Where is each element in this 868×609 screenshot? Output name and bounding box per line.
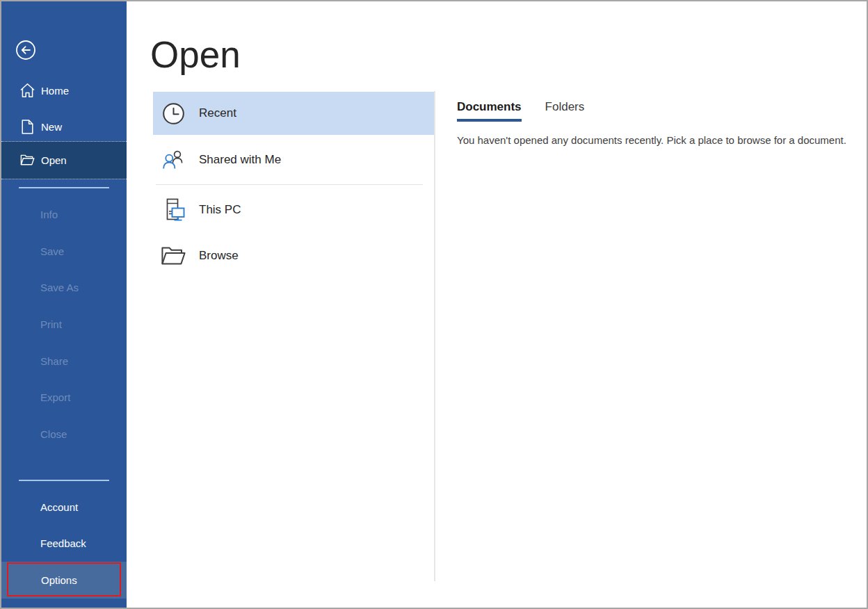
clock-icon: [160, 102, 186, 125]
browse-folder-icon: [160, 246, 186, 266]
place-label: Shared with Me: [199, 153, 281, 167]
place-item-this-pc[interactable]: This PC: [153, 185, 434, 234]
sidebar-item-home[interactable]: Home: [1, 76, 127, 104]
backstage-sidebar: Home New Open Info Save Save As: [1, 1, 127, 608]
sidebar-item-share[interactable]: Share: [40, 355, 68, 367]
place-item-recent[interactable]: Recent: [153, 92, 434, 135]
sidebar-item-open[interactable]: Open: [1, 141, 127, 179]
new-document-icon: [19, 120, 35, 134]
sidebar-item-new[interactable]: New: [1, 113, 127, 140]
sidebar-item-close[interactable]: Close: [40, 428, 67, 440]
sidebar-item-label: New: [41, 121, 62, 133]
page-title: Open: [150, 35, 241, 75]
sidebar-item-label: Options: [41, 574, 77, 586]
sidebar-item-label: Open: [41, 154, 67, 166]
place-label: This PC: [199, 203, 241, 217]
places-list: Recent Shared with Me: [153, 92, 434, 277]
tab-documents[interactable]: Documents: [457, 100, 522, 122]
sidebar-item-label: Home: [41, 85, 69, 97]
back-button[interactable]: [15, 40, 36, 60]
sidebar-item-print[interactable]: Print: [40, 318, 62, 330]
word-backstage-window: Home New Open Info Save Save As: [0, 0, 868, 609]
back-arrow-icon: [15, 40, 36, 60]
sidebar-item-save-as[interactable]: Save As: [40, 282, 79, 293]
sidebar-item-account[interactable]: Account: [40, 501, 78, 513]
sidebar-divider: [19, 480, 109, 481]
sidebar-item-save[interactable]: Save: [40, 245, 64, 257]
sidebar-item-feedback[interactable]: Feedback: [40, 537, 86, 549]
people-icon: [160, 149, 186, 170]
place-item-browse[interactable]: Browse: [153, 234, 434, 277]
place-item-shared-with-me[interactable]: Shared with Me: [153, 135, 434, 184]
open-folder-icon: [19, 154, 35, 166]
pc-icon: [160, 197, 186, 223]
vertical-divider: [434, 91, 435, 581]
tab-folders[interactable]: Folders: [545, 100, 585, 122]
place-label: Browse: [199, 249, 239, 263]
sidebar-divider: [19, 187, 109, 188]
empty-state-message: You haven't opened any documents recentl…: [457, 134, 846, 146]
sidebar-item-export[interactable]: Export: [40, 391, 70, 403]
sidebar-item-info[interactable]: Info: [40, 209, 58, 220]
place-label: Recent: [199, 106, 236, 120]
document-tabs: Documents Folders: [457, 100, 584, 122]
sidebar-item-options[interactable]: Options: [1, 562, 127, 599]
home-icon: [19, 83, 35, 98]
